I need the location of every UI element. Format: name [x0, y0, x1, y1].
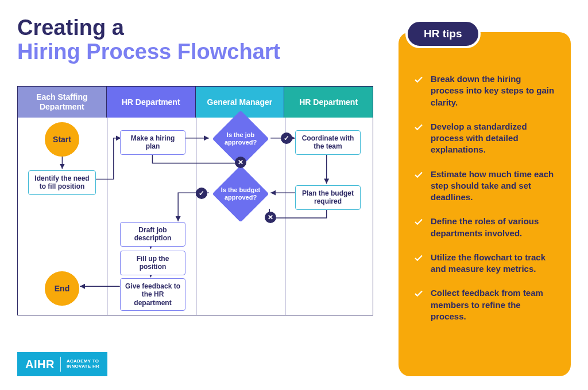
logo-line: ACADEMY TO	[67, 358, 99, 364]
tip-item: Break down the hiring process into key s…	[413, 73, 556, 108]
lane-label: HR Department	[122, 98, 180, 107]
job-approved-decision: Is the job approved?	[208, 122, 273, 155]
node-label: Is the budget approved?	[212, 186, 269, 201]
node-label: Draft job description	[124, 226, 181, 243]
tip-text: Utilize the flowchart to track and measu…	[431, 252, 556, 275]
coordinate-team-node: Coordinate with the team	[295, 130, 361, 155]
check-icon	[413, 288, 424, 299]
logo-subtext: ACADEMY TO INNOVATE HR	[67, 359, 99, 369]
check-icon	[413, 75, 424, 85]
identify-need-node: Identify the need to fill position	[28, 170, 96, 195]
hr-tips-panel: HR tips Break down the hiring process in…	[399, 32, 571, 376]
lane-divider	[196, 118, 196, 315]
page-title: Creating a Hiring Process Flowchart	[17, 16, 280, 64]
end-node: End	[45, 271, 79, 306]
decision-no-badge: ✕	[235, 157, 246, 168]
aihr-logo: AIHR ACADEMY TO INNOVATE HR	[17, 352, 107, 376]
lane-divider	[285, 118, 285, 315]
tip-text: Define the roles of various departments …	[431, 216, 556, 239]
title-line2: Hiring Process Flowchart	[17, 40, 280, 64]
tip-item: Collect feedback from team members to re…	[413, 287, 556, 322]
lane-header-hr: HR Department	[107, 87, 196, 118]
node-label: Make a hiring plan	[124, 134, 181, 151]
node-label: Start	[53, 135, 71, 144]
tip-item: Estimate how much time each step should …	[413, 169, 556, 204]
tip-item: Develop a standardized process with deta…	[413, 121, 556, 156]
node-label: Fill up the position	[124, 255, 181, 271]
decision-yes-badge: ✓	[196, 188, 207, 199]
check-icon	[413, 217, 424, 227]
lane-divider	[107, 118, 107, 315]
logo-text: AIHR	[25, 358, 55, 371]
lane-header-staffing: Each Staffing Department	[18, 87, 107, 118]
plan-budget-node: Plan the budget required	[295, 185, 361, 210]
tip-text: Collect feedback from team members to re…	[431, 287, 556, 322]
tip-text: Break down the hiring process into key s…	[431, 73, 556, 108]
hiring-plan-node: Make a hiring plan	[120, 130, 185, 155]
logo-divider	[60, 357, 61, 372]
tip-item: Define the roles of various departments …	[413, 216, 556, 239]
tip-item: Utilize the flowchart to track and measu…	[413, 252, 556, 275]
logo-line: INNOVATE HR	[67, 364, 99, 369]
title-line1: Creating a	[17, 15, 124, 40]
hr-tips-badge: HR tips	[405, 20, 481, 48]
check-icon	[413, 253, 424, 263]
node-label: Coordinate with the team	[299, 134, 357, 151]
budget-approved-decision: Is the budget approved?	[208, 177, 273, 210]
check-icon	[413, 170, 424, 180]
swimlane-body: Start Identify the need to fill position…	[18, 118, 373, 315]
node-label: Plan the budget required	[299, 189, 357, 206]
decision-no-badge: ✕	[265, 212, 276, 223]
node-label: Is the job approved?	[212, 131, 269, 146]
node-label: Give feedback to the HR department	[124, 282, 181, 307]
tip-text: Develop a standardized process with deta…	[431, 121, 556, 156]
fill-position-node: Fill up the position	[120, 251, 185, 275]
lane-label: Each Staffing Department	[20, 92, 104, 112]
lane-header-hr2: HR Department	[284, 87, 373, 118]
start-node: Start	[45, 122, 79, 157]
draft-description-node: Draft job description	[120, 222, 185, 247]
flowchart: Each Staffing Department HR Department G…	[17, 86, 373, 315]
swimlane-headers: Each Staffing Department HR Department G…	[18, 87, 373, 118]
node-label: Identify the need to fill position	[32, 174, 92, 191]
lane-label: General Manager	[207, 98, 273, 107]
decision-yes-badge: ✓	[281, 132, 292, 144]
give-feedback-node: Give feedback to the HR department	[120, 278, 185, 311]
node-label: End	[55, 284, 69, 293]
check-icon	[413, 122, 424, 132]
lane-label: HR Department	[299, 98, 358, 107]
tip-text: Estimate how much time each step should …	[431, 169, 556, 204]
